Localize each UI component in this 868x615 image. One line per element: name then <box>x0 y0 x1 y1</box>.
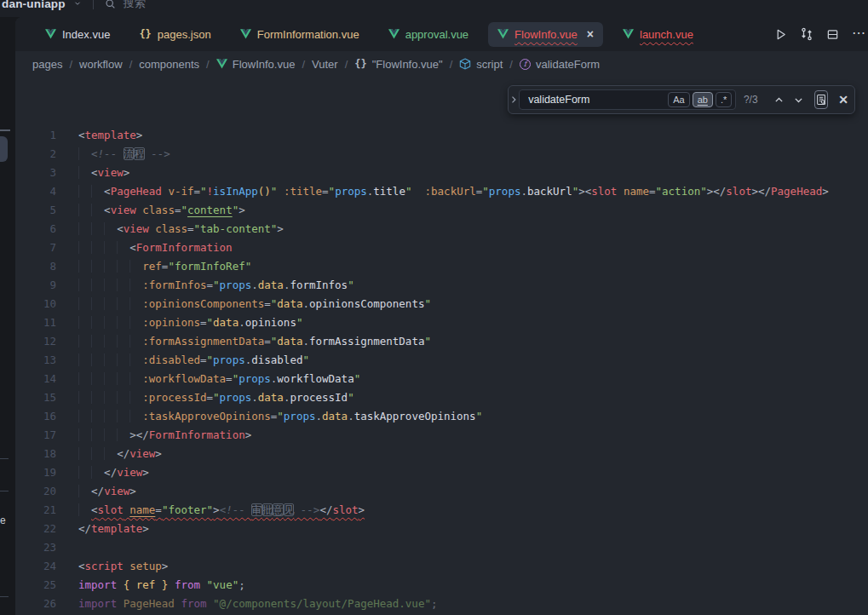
toggle-replace-button[interactable] <box>509 95 519 105</box>
code-line[interactable]: 9 :formInfos="props.data.formInfos" <box>15 276 868 295</box>
code-line[interactable]: 8 ref="formInfoRef" <box>15 257 868 276</box>
code-line-content: <script setup> <box>78 557 168 576</box>
code-line[interactable]: 15 :processId="props.data.processId" <box>15 388 868 407</box>
code-line[interactable]: 1<template> <box>15 126 868 145</box>
code-line[interactable]: 24<script setup> <box>15 557 868 576</box>
code-token: > <box>124 166 130 179</box>
code-line[interactable]: 18 </view> <box>15 445 868 463</box>
breadcrumb-item[interactable]: components <box>139 58 199 71</box>
code-line[interactable]: 7 <FormInformation <box>15 239 868 257</box>
sidebar-item-fragment[interactable] <box>0 136 8 162</box>
code-line[interactable]: 23 <box>15 538 868 557</box>
breadcrumb-item[interactable]: workflow <box>79 58 123 71</box>
code-token: :taskApproveOpinions <box>142 410 271 422</box>
regex-button[interactable]: .* <box>716 92 732 107</box>
breadcrumb-item[interactable]: {}"FlowInfo.vue" <box>354 58 442 71</box>
code-line[interactable]: 13 :disabled="props.disabled" <box>15 351 868 370</box>
tab-launch-vue[interactable]: launch.vue <box>613 22 703 47</box>
code-token: . <box>315 410 322 422</box>
code-token <box>200 578 207 591</box>
whole-word-label: ab <box>698 95 708 105</box>
open-changes-button[interactable] <box>800 27 813 41</box>
tab-pages-json[interactable]: {}pages.json <box>129 22 220 47</box>
close-find-button[interactable]: ✕ <box>838 93 848 106</box>
code-token: backUrl <box>527 185 572 198</box>
previous-match-button[interactable] <box>773 95 785 106</box>
line-number: 14 <box>15 370 56 388</box>
code-line[interactable]: 3 <view> <box>15 164 868 182</box>
code-line[interactable]: 4 <PageHead v-if="!isInApp()" :title="pr… <box>15 182 868 201</box>
code-line-content: <view class="tab-content"> <box>78 220 284 239</box>
code-token: " <box>424 297 431 310</box>
code-token: < <box>91 166 98 179</box>
code-line-content: </view> <box>78 482 136 501</box>
find-in-selection-button[interactable] <box>814 90 828 109</box>
code-line[interactable]: 6 <view class="tab-content"> <box>15 220 868 239</box>
code-line[interactable]: 17 ></FormInformation> <box>15 426 868 445</box>
line-number: 20 <box>15 482 56 501</box>
code-token <box>78 391 142 404</box>
code-line-content: <PageHead v-if="!isInApp()" :title="prop… <box>78 182 829 201</box>
tab-flowinfo-vue[interactable]: FlowInfo.vue× <box>488 22 603 47</box>
code-line[interactable]: 10 :opinionsComponents="data.opinionsCom… <box>15 295 868 313</box>
match-case-button[interactable]: Aa <box>668 92 689 107</box>
global-search[interactable]: 搜索 <box>124 0 146 11</box>
tab-approval-vue[interactable]: approval.vue <box>379 22 478 47</box>
tab-index-vue[interactable]: Index.vue <box>36 22 119 47</box>
code-line[interactable]: 5 <view class="content"> <box>15 201 868 220</box>
run-button[interactable] <box>774 28 787 41</box>
sidebar-strip: e <box>0 17 15 615</box>
code-token: = <box>200 353 207 366</box>
more-actions-button[interactable]: ⋯ <box>852 28 866 41</box>
code-token: " <box>296 316 303 329</box>
code-token: formAssignmentData <box>309 335 424 348</box>
code-token: name <box>624 185 649 198</box>
breadcrumb-item[interactable]: FlowInfo.vue <box>216 58 296 71</box>
whole-word-button[interactable]: ab <box>693 92 713 107</box>
breadcrumb-item[interactable]: pages <box>32 58 62 71</box>
code-line[interactable]: 22</template> <box>15 520 868 538</box>
code-token: <!-- <box>220 503 252 516</box>
code-token: view <box>98 166 124 179</box>
code-line[interactable]: 25import { ref } from "vue"; <box>15 576 868 595</box>
breadcrumb-item[interactable]: Vuter <box>312 58 338 71</box>
code-line[interactable]: 20 </view> <box>15 482 868 501</box>
module-icon <box>459 58 471 70</box>
tab-forminformation-vue[interactable]: FormInformation.vue <box>231 22 369 47</box>
code-line[interactable]: 11 :opinions="data.opinions" <box>15 313 868 332</box>
code-line[interactable]: 19 </view> <box>15 463 868 482</box>
project-name[interactable]: dan-uniapp <box>2 0 66 10</box>
code-line-content: ref="formInfoRef" <box>78 257 251 276</box>
code-token: > <box>142 466 149 479</box>
breadcrumb-item[interactable]: script <box>459 58 503 71</box>
code-token: > <box>239 204 245 216</box>
breadcrumb-separator: / <box>302 58 305 71</box>
next-match-button[interactable] <box>793 95 804 106</box>
code-token: ; <box>431 597 438 610</box>
code-token: 意 <box>273 503 284 516</box>
code-line-content: :processId="props.data.processId" <box>78 388 354 407</box>
code-line[interactable]: 2 <!-- 流程 --> <box>15 145 868 164</box>
split-editor-button[interactable] <box>826 28 839 41</box>
code-line[interactable]: 14 :workflowData="props.workflowData" <box>15 370 868 388</box>
code-line[interactable]: 26import PageHead from "@/components/lay… <box>15 595 868 613</box>
code-line[interactable]: 12 :formAssignmentData="data.formAssignm… <box>15 332 868 351</box>
code-token: ></ <box>129 428 149 441</box>
vue-icon <box>623 29 634 39</box>
find-widget: Aa ab .* ?/3 ✕ <box>508 85 855 114</box>
code-line[interactable]: 16 :taskApproveOpinions="props.data.task… <box>15 407 868 426</box>
chevron-down-icon[interactable] <box>73 0 82 8</box>
code-editor[interactable]: 1<template>2 <!-- 流程 -->3 <view>4 <PageH… <box>15 77 868 613</box>
titlebar-divider <box>93 0 94 9</box>
find-input[interactable] <box>521 94 665 106</box>
code-line-content: import { ref } from "vue"; <box>78 576 245 595</box>
editor-group: Index.vue{}pages.jsonFormInformation.vue… <box>15 17 868 615</box>
tab-label: Index.vue <box>62 28 110 41</box>
code-token: . <box>251 391 258 404</box>
close-tab-icon[interactable]: × <box>587 28 594 40</box>
code-token: :processId <box>142 391 206 404</box>
breadcrumb-item[interactable]: fvalidateForm <box>520 58 600 71</box>
line-number: 2 <box>15 145 56 164</box>
code-line[interactable]: 21 <slot name="footer"><!-- 审批意见 --></sl… <box>15 501 868 520</box>
code-token <box>78 447 117 460</box>
